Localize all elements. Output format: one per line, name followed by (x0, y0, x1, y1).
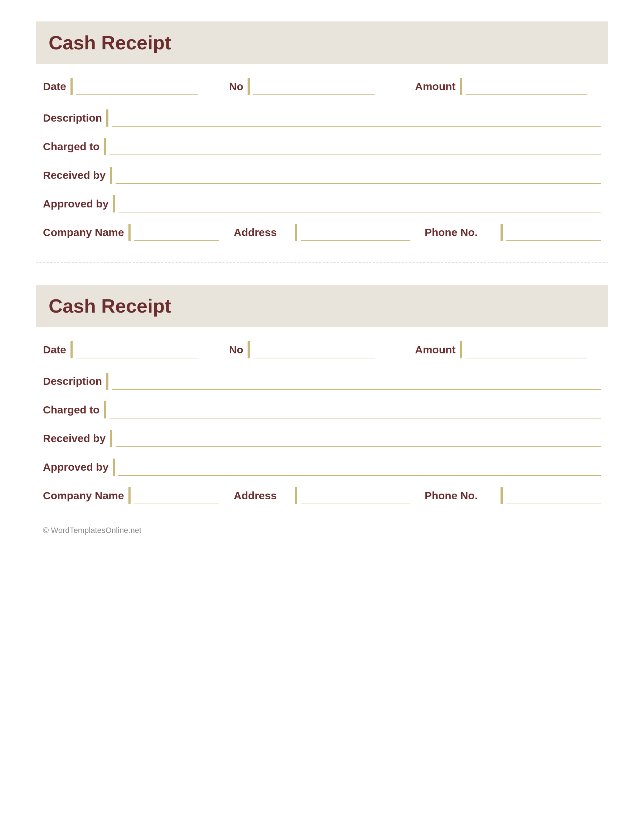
receipt-1-phone-accent (501, 224, 503, 241)
receipt-2-company-label: Company Name (43, 490, 124, 502)
receipt-1-company-row: Company Name Address Phone No. (36, 224, 608, 241)
receipt-1-charged-label: Charged to (43, 141, 100, 153)
receipt-1-received-accent (110, 167, 112, 184)
receipt-2-received-group: Received by (43, 430, 601, 447)
receipt-1-address-group: Address (233, 224, 410, 241)
receipt-1-approved-row: Approved by (36, 195, 608, 212)
receipt-1-charged-accent (104, 138, 106, 155)
receipt-1-title: Cash Receipt (49, 32, 595, 54)
page-container: Cash Receipt Date No Amount Descr (36, 21, 608, 535)
receipt-2-received-input[interactable] (116, 430, 601, 447)
receipt-1-address-accent (295, 224, 297, 241)
receipt-1-amount-group: Amount (415, 78, 601, 95)
receipt-2-address-label: Address (233, 490, 291, 502)
receipt-2-company-row: Company Name Address Phone No. (36, 487, 608, 504)
receipt-2-phone-group: Phone No. (425, 487, 601, 504)
receipt-2-date-group: Date (43, 341, 229, 359)
receipt-2-company-accent (129, 487, 130, 504)
receipt-2: Cash Receipt Date No Amount Descr (36, 285, 608, 504)
receipt-1-date-accent (71, 78, 72, 95)
receipt-1-date-label: Date (43, 80, 66, 93)
receipt-1: Cash Receipt Date No Amount Descr (36, 21, 608, 241)
receipt-1-date-group: Date (43, 78, 229, 95)
receipt-2-no-group: No (229, 341, 415, 359)
receipt-2-description-input[interactable] (112, 373, 601, 390)
receipt-1-description-input[interactable] (112, 109, 601, 127)
receipt-2-phone-accent (501, 487, 503, 504)
receipt-1-amount-label: Amount (415, 80, 456, 93)
receipt-1-received-label: Received by (43, 169, 106, 181)
receipt-1-company-group: Company Name (43, 224, 219, 241)
receipt-1-amount-input[interactable] (465, 78, 587, 95)
receipt-1-approved-accent (113, 195, 115, 212)
receipt-2-approved-input[interactable] (118, 458, 601, 476)
receipt-2-company-group: Company Name (43, 487, 219, 504)
receipt-1-header: Cash Receipt (36, 21, 608, 64)
receipt-1-description-accent (106, 109, 108, 127)
receipt-1-charged-row: Charged to (36, 138, 608, 155)
receipt-2-amount-label: Amount (415, 344, 456, 356)
receipt-1-approved-input[interactable] (118, 195, 601, 212)
receipt-2-address-group: Address (233, 487, 410, 504)
receipt-2-no-accent (248, 341, 250, 359)
receipt-1-description-group: Description (43, 109, 601, 127)
receipt-1-phone-input[interactable] (506, 224, 601, 241)
receipt-2-charged-group: Charged to (43, 401, 601, 418)
receipt-2-company-input[interactable] (134, 487, 220, 504)
receipt-2-amount-group: Amount (415, 341, 601, 359)
receipt-2-phone-input[interactable] (506, 487, 601, 504)
receipt-2-approved-row: Approved by (36, 458, 608, 476)
receipt-1-charged-group: Charged to (43, 138, 601, 155)
receipt-2-approved-accent (113, 458, 115, 476)
receipt-2-approved-label: Approved by (43, 461, 108, 473)
receipt-1-company-label: Company Name (43, 227, 124, 238)
receipt-1-approved-label: Approved by (43, 198, 108, 210)
receipt-1-no-accent (248, 78, 250, 95)
receipt-1-address-input[interactable] (301, 224, 410, 241)
receipt-1-no-label: No (229, 80, 243, 93)
receipt-2-description-label: Description (43, 375, 102, 388)
receipt-1-approved-group: Approved by (43, 195, 601, 212)
receipt-1-company-input[interactable] (134, 224, 220, 241)
receipt-1-no-input[interactable] (253, 78, 375, 95)
receipt-2-date-accent (71, 341, 72, 359)
receipt-2-address-accent (295, 487, 297, 504)
receipt-divider (36, 262, 608, 263)
receipt-2-amount-input[interactable] (465, 341, 587, 359)
receipt-1-date-input[interactable] (76, 78, 198, 95)
receipt-2-charged-input[interactable] (109, 401, 601, 418)
receipt-2-received-label: Received by (43, 433, 106, 445)
receipt-2-description-row: Description (36, 373, 608, 390)
receipt-1-phone-group: Phone No. (425, 224, 601, 241)
receipt-1-description-row: Description (36, 109, 608, 127)
footer-copyright: © WordTemplatesOnline.net (36, 526, 608, 535)
receipt-2-amount-accent (460, 341, 462, 359)
receipt-1-phone-label: Phone No. (425, 227, 496, 238)
receipt-1-received-row: Received by (36, 167, 608, 184)
receipt-2-date-input[interactable] (76, 341, 198, 359)
receipt-1-no-group: No (229, 78, 415, 95)
receipt-2-date-label: Date (43, 344, 66, 356)
receipt-2-no-input[interactable] (253, 341, 375, 359)
receipt-2-phone-label: Phone No. (425, 490, 496, 502)
receipt-2-charged-row: Charged to (36, 401, 608, 418)
receipt-1-amount-accent (460, 78, 462, 95)
receipt-2-received-row: Received by (36, 430, 608, 447)
receipt-2-no-label: No (229, 344, 243, 356)
receipt-1-charged-input[interactable] (109, 138, 601, 155)
receipt-2-approved-group: Approved by (43, 458, 601, 476)
receipt-2-charged-label: Charged to (43, 404, 100, 416)
receipt-2-address-input[interactable] (301, 487, 410, 504)
receipt-1-received-input[interactable] (116, 167, 601, 184)
receipt-2-description-accent (106, 373, 108, 390)
receipt-1-top-row: Date No Amount (36, 78, 608, 95)
receipt-2-charged-accent (104, 401, 106, 418)
receipt-1-description-label: Description (43, 112, 102, 124)
receipt-1-received-group: Received by (43, 167, 601, 184)
receipt-2-top-row: Date No Amount (36, 341, 608, 359)
receipt-2-description-group: Description (43, 373, 601, 390)
receipt-1-address-label: Address (233, 227, 291, 238)
receipt-2-received-accent (110, 430, 112, 447)
receipt-1-company-accent (129, 224, 130, 241)
receipt-2-header: Cash Receipt (36, 285, 608, 327)
